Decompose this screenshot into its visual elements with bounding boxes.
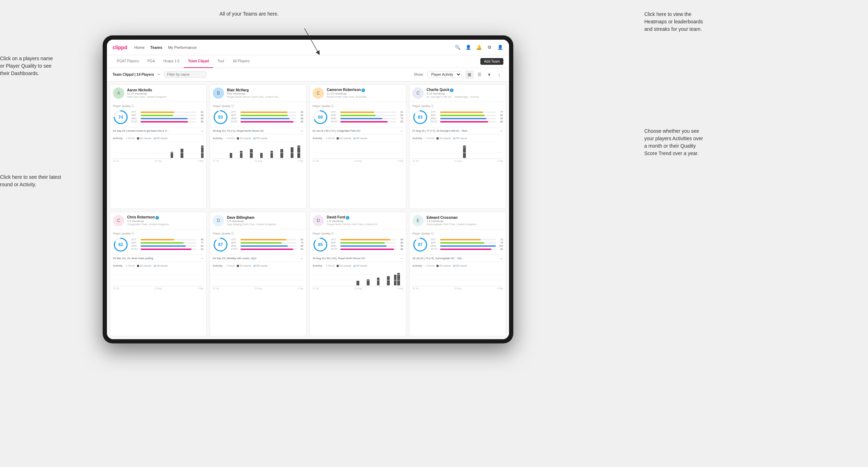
chart-area [313,269,403,286]
legend-on-course: On course [337,264,351,267]
quality-circle[interactable]: 87 [213,237,228,252]
stat-value: 77 [497,111,503,113]
chart-bar [201,146,204,158]
activity-section: Activity · 1 Month On course Off course [313,262,403,290]
quality-circle[interactable]: 87 [412,237,428,252]
activity-period[interactable]: · 1 Month [125,264,135,267]
list-view-icon[interactable]: ☰ [475,70,484,79]
stat-bar-bg [141,118,196,119]
player-name[interactable]: Edward Crossman [427,216,503,220]
off-course-label: Off course [156,264,168,267]
activity-period[interactable]: · 1 Month [125,137,135,139]
stat-label: OTT [131,111,139,113]
stat-label: ARG [131,245,139,247]
off-course-label: Off course [256,137,268,139]
legend-off-course: Off course [353,137,367,139]
stat-bar-bg [340,242,396,244]
grid-view-icon[interactable]: ⊞ [465,70,474,79]
activity-period[interactable]: · 1 Month [224,137,235,139]
quality-circle[interactable]: 83 [412,109,428,125]
player-name[interactable]: David Ford✓ [327,215,403,220]
nav-link-home[interactable]: Home [134,44,144,51]
quality-circle[interactable]: 68 [313,109,328,125]
activity-period[interactable]: · 1 Month [424,264,434,267]
filter-icon[interactable]: ▼ [485,70,493,79]
quality-circle[interactable]: 74 [113,109,129,125]
quality-label: Player Quality ⓘ [113,104,204,108]
stat-bar [440,115,485,116]
stat-bar [440,112,483,113]
player-name[interactable]: Cameron Robertson✓ [327,88,403,92]
sub-nav-all-players[interactable]: All Players [229,55,254,68]
recent-round[interactable]: 26 Aug 23 | 84 (+12), Royal North Devon … [313,255,403,262]
chart-label-end: 4 Sep [497,160,503,162]
stat-value: 85 [398,120,403,123]
chart-bar [397,273,400,285]
player-avatar: C [313,87,324,99]
quality-section: 85 OTT 89 APP 80 ARG 83 PUT [313,237,403,252]
avatar-icon[interactable]: 👤 [497,44,503,51]
player-handicap: 1-5 Handicap [127,220,204,223]
activity-section: Activity · 1 Month On course Off course [213,135,303,162]
sort-icon[interactable]: ↕ [495,70,503,79]
quality-circle[interactable]: 85 [313,237,328,252]
sub-nav-pgat[interactable]: PGAT Players [113,55,143,68]
player-club: Sag Maging Golf Club, United Kingdom [227,223,303,226]
activity-section: Activity · 1 Month On course Off course [412,135,503,162]
nav-link-teams[interactable]: Teams [150,44,162,51]
user-icon[interactable]: 👤 [465,44,472,51]
players-grid: A Aaron Nicholls 11-15 Handicap Drift Go… [107,81,509,339]
player-club: Drift Golf Club, United Kingdom [127,95,204,98]
stat-label: ARG [231,245,239,247]
chart-bar [387,276,390,285]
search-icon[interactable]: 🔍 [455,44,461,51]
recent-round[interactable]: 05 Mar 23 | 19, Must make putting → [113,255,204,262]
legend-off-course: Off course [154,137,168,139]
activity-period[interactable]: · 1 Month [224,264,235,267]
sub-nav-hcaps[interactable]: Hcaps 1-5 [159,55,184,68]
activity-period[interactable]: · 1 Month [424,137,434,139]
add-team-button[interactable]: Add Team [480,58,503,65]
stat-bar-bg [240,115,296,116]
stats-grid: OTT 60 APP 58 ARG 84 PUTT 8 [131,111,204,124]
stat-bar-bg [340,121,396,123]
recent-round[interactable]: 26 Aug 23 | 73 (+1), Royal North Devon G… [213,127,303,135]
show-select[interactable]: Player Activity [427,71,462,78]
sub-nav-team-clippd[interactable]: Team Clippd [184,55,213,68]
stat-label: ARG [431,245,439,247]
player-name[interactable]: Dave Billingham [227,216,303,220]
settings-icon[interactable]: ⚙ [486,44,493,51]
sub-nav-pga[interactable]: PGA [143,55,159,68]
activity-label: Activity [313,137,322,140]
stat-label: APP [231,114,239,116]
recent-round[interactable]: 02 Sep 23 | Sunset round to get back int… [113,127,204,135]
activity-section: Activity · 1 Month On course Off course [313,135,403,162]
sub-nav-tour[interactable]: Tour [213,55,228,68]
card-body: Player Quality ⓘ 74 OTT 60 APP [110,102,206,164]
recent-round[interactable]: 18 Jul 23 | 74 (+4), Sunningdale GC - Ol… [412,255,503,262]
player-name[interactable]: Charlie Quick✓ [427,88,503,92]
off-course-label: Off course [356,264,367,267]
recent-round[interactable]: 07 Aug 23 | 77 (+7), St George's Hill GC… [412,127,503,135]
activity-period[interactable]: · 1 Month [324,264,335,267]
stat-row-arg: ARG 103 [431,245,503,247]
nav-link-performance[interactable]: My Performance [168,44,197,51]
player-name[interactable]: Aaron Nicholls [127,88,204,92]
quality-circle[interactable]: 82 [113,237,129,252]
player-name[interactable]: Blair McHarg [227,88,303,92]
recent-round[interactable]: 04 Sep 23 | Mobility with coach, Gym → [213,255,303,262]
edit-icon[interactable]: ✏ [158,73,160,76]
recent-round[interactable]: 02 Jul 23 | 59 (+17), Craigmillar Park G… [313,127,403,135]
stat-label: ARG [331,117,339,120]
chart-labels: 31 Jul 21 Aug 4 Sep [313,159,403,162]
bell-icon[interactable]: 🔔 [476,44,482,51]
nav-logo[interactable]: clippd [113,45,127,50]
activity-label: Activity [113,264,122,267]
player-name[interactable]: Chris Robertson✓ [127,215,204,220]
quality-circle[interactable]: 93 [213,109,228,125]
search-input[interactable] [164,71,206,78]
player-club: Royal North Devon Golf Club, United Kil.… [327,223,403,226]
activity-period[interactable]: · 1 Month [324,137,335,139]
stat-label: OTT [331,238,339,241]
stat-bar [440,242,484,244]
